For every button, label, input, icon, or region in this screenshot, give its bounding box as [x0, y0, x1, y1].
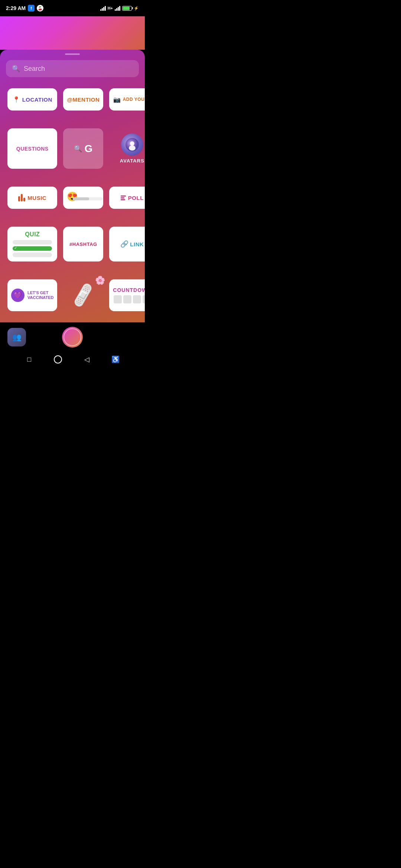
location-label: LOCATION [22, 96, 52, 103]
accessibility-button[interactable]: ♿ [110, 354, 121, 365]
gif-inner: 🔍 G [74, 143, 92, 155]
sticker-link[interactable]: 🔗 LINK [109, 227, 145, 262]
svg-point-2 [129, 145, 136, 151]
sticker-poll[interactable]: POLL [109, 187, 145, 209]
sticker-questions[interactable]: QUESTIONS [7, 128, 57, 169]
signal-bars-2 [115, 6, 120, 11]
search-bar[interactable]: 🔍 Search [6, 60, 139, 77]
capture-button[interactable] [62, 327, 83, 348]
sticker-mention[interactable]: @MENTION [63, 88, 103, 111]
search-icon: 🔍 [12, 65, 20, 73]
countdown-boxes [114, 295, 145, 303]
row-spacer-4 [7, 267, 145, 273]
status-right: H+ ⚡ [100, 6, 139, 11]
sticker-hashtag[interactable]: #HASHTAG [63, 227, 103, 262]
sticker-emoji-slider[interactable]: 😍 [63, 187, 103, 209]
vax-label: LET'S GET VACCINATED [27, 290, 53, 300]
hashtag-label: #HASHTAG [69, 241, 97, 247]
link-label: LINK [130, 241, 144, 247]
slider-filled [73, 197, 89, 200]
quiz-option-3 [13, 253, 52, 257]
poll-icon [121, 195, 126, 200]
slider-track [73, 197, 102, 200]
sticker-avatars[interactable]: AVATARS [109, 128, 145, 169]
time-display: 2:29 AM [6, 5, 26, 11]
sticker-music[interactable]: MUSIC [7, 187, 57, 209]
countdown-label: COUNTDOWN [113, 287, 145, 293]
row-spacer-1 [7, 116, 145, 122]
countdown-box-2 [123, 295, 131, 303]
story-background [0, 16, 145, 50]
network-type: H+ [108, 6, 113, 10]
sticker-bandaid[interactable]: 🩹 🌸 [63, 279, 103, 311]
capture-button-inner [63, 328, 81, 346]
gif-label: G [84, 143, 92, 155]
home-button[interactable] [52, 354, 63, 365]
svg-point-1 [130, 141, 134, 146]
questions-label: QUESTIONS [16, 146, 49, 152]
addyours-icon: 📷 [113, 96, 121, 103]
quiz-option-1 [13, 240, 52, 244]
back-button[interactable]: ◁ [81, 354, 92, 365]
gallery-thumbnail[interactable]: 👥 [7, 328, 26, 346]
search-placeholder: Search [24, 65, 45, 73]
bandaid-emoji: 🩹 [69, 282, 97, 309]
battery-fill [123, 7, 130, 10]
bottom-nav: 👥 [0, 322, 145, 352]
quiz-option-2 [13, 246, 52, 251]
svg-point-3 [54, 356, 62, 363]
sticker-addyours[interactable]: 📷 ADD YOURS [109, 88, 145, 111]
row-spacer-2 [7, 175, 145, 181]
sheet-handle-wrap [0, 50, 145, 60]
addyours-label: ADD YOURS [123, 97, 145, 102]
mention-label: @MENTION [67, 96, 100, 103]
app-icon: 🍒 [37, 5, 43, 11]
sticker-location[interactable]: 📍 LOCATION [7, 88, 57, 111]
slider-emoji: 😍 [67, 191, 78, 202]
avatars-label: AVATARS [120, 158, 144, 164]
sticker-grid: 📍 LOCATION @MENTION 📷 ADD YOURS QUESTION… [0, 85, 145, 315]
countdown-box-1 [114, 295, 122, 303]
avatar-icon [121, 134, 143, 156]
avatar-image: 👥 [7, 328, 26, 346]
flower-icon: 🌸 [95, 276, 105, 285]
music-label: MUSIC [27, 195, 46, 201]
quiz-options [13, 240, 52, 257]
signal-bars [100, 6, 106, 11]
countdown-box-3 [133, 295, 141, 303]
status-bar: 2:29 AM f 🍒 H+ ⚡ [0, 0, 145, 16]
poll-label: POLL [128, 195, 144, 201]
link-icon: 🔗 [120, 240, 128, 248]
sticker-vaccinated[interactable]: 💜 LET'S GET VACCINATED [7, 279, 57, 311]
sticker-quiz[interactable]: QUIZ [7, 227, 57, 262]
battery-percent: ⚡ [134, 6, 139, 11]
recents-button[interactable]: □ [24, 354, 35, 365]
sticker-picker-sheet: 🔍 Search 📍 LOCATION @MENTION 📷 ADD YOURS… [0, 50, 145, 322]
row-spacer-3 [7, 215, 145, 221]
status-left: 2:29 AM f 🍒 [6, 5, 43, 11]
system-nav-bar: □ ◁ ♿ [0, 352, 145, 367]
sticker-countdown[interactable]: COUNTDOWN [109, 279, 145, 311]
vax-icon: 💜 [11, 289, 25, 302]
location-icon: 📍 [13, 96, 20, 103]
sheet-handle [65, 53, 80, 55]
battery-indicator [122, 6, 132, 11]
music-bars-icon [18, 194, 25, 201]
facebook-icon: f [28, 5, 35, 11]
countdown-box-4 [143, 295, 145, 303]
sticker-gif[interactable]: 🔍 G [63, 128, 103, 169]
quiz-label: QUIZ [25, 231, 40, 238]
gif-search-icon: 🔍 [74, 145, 82, 153]
